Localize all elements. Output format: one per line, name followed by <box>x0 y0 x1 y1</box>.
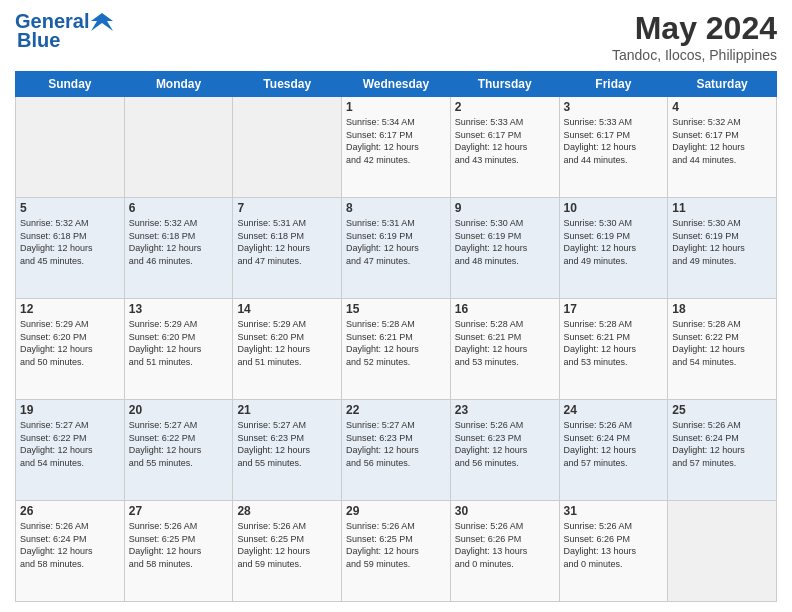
table-row: 14Sunrise: 5:29 AM Sunset: 6:20 PM Dayli… <box>233 299 342 400</box>
header: General Blue May 2024 Tandoc, Ilocos, Ph… <box>15 10 777 63</box>
table-row: 3Sunrise: 5:33 AM Sunset: 6:17 PM Daylig… <box>559 97 668 198</box>
calendar-week-row: 1Sunrise: 5:34 AM Sunset: 6:17 PM Daylig… <box>16 97 777 198</box>
day-info: Sunrise: 5:30 AM Sunset: 6:19 PM Dayligh… <box>455 217 555 267</box>
day-number: 4 <box>672 100 772 114</box>
col-wednesday: Wednesday <box>342 72 451 97</box>
day-info: Sunrise: 5:27 AM Sunset: 6:22 PM Dayligh… <box>129 419 229 469</box>
day-number: 19 <box>20 403 120 417</box>
day-info: Sunrise: 5:30 AM Sunset: 6:19 PM Dayligh… <box>564 217 664 267</box>
table-row: 15Sunrise: 5:28 AM Sunset: 6:21 PM Dayli… <box>342 299 451 400</box>
table-row: 9Sunrise: 5:30 AM Sunset: 6:19 PM Daylig… <box>450 198 559 299</box>
table-row: 11Sunrise: 5:30 AM Sunset: 6:19 PM Dayli… <box>668 198 777 299</box>
table-row: 19Sunrise: 5:27 AM Sunset: 6:22 PM Dayli… <box>16 400 125 501</box>
table-row: 22Sunrise: 5:27 AM Sunset: 6:23 PM Dayli… <box>342 400 451 501</box>
col-tuesday: Tuesday <box>233 72 342 97</box>
col-sunday: Sunday <box>16 72 125 97</box>
day-number: 18 <box>672 302 772 316</box>
location-subtitle: Tandoc, Ilocos, Philippines <box>612 47 777 63</box>
table-row: 31Sunrise: 5:26 AM Sunset: 6:26 PM Dayli… <box>559 501 668 602</box>
table-row <box>16 97 125 198</box>
calendar-table: Sunday Monday Tuesday Wednesday Thursday… <box>15 71 777 602</box>
day-info: Sunrise: 5:28 AM Sunset: 6:21 PM Dayligh… <box>564 318 664 368</box>
table-row <box>124 97 233 198</box>
table-row: 23Sunrise: 5:26 AM Sunset: 6:23 PM Dayli… <box>450 400 559 501</box>
day-number: 30 <box>455 504 555 518</box>
table-row: 16Sunrise: 5:28 AM Sunset: 6:21 PM Dayli… <box>450 299 559 400</box>
day-number: 29 <box>346 504 446 518</box>
day-info: Sunrise: 5:27 AM Sunset: 6:22 PM Dayligh… <box>20 419 120 469</box>
day-info: Sunrise: 5:26 AM Sunset: 6:24 PM Dayligh… <box>672 419 772 469</box>
calendar-page: General Blue May 2024 Tandoc, Ilocos, Ph… <box>0 0 792 612</box>
table-row: 20Sunrise: 5:27 AM Sunset: 6:22 PM Dayli… <box>124 400 233 501</box>
calendar-week-row: 19Sunrise: 5:27 AM Sunset: 6:22 PM Dayli… <box>16 400 777 501</box>
col-saturday: Saturday <box>668 72 777 97</box>
table-row: 26Sunrise: 5:26 AM Sunset: 6:24 PM Dayli… <box>16 501 125 602</box>
svg-marker-0 <box>91 13 113 31</box>
day-info: Sunrise: 5:33 AM Sunset: 6:17 PM Dayligh… <box>564 116 664 166</box>
day-number: 11 <box>672 201 772 215</box>
day-number: 22 <box>346 403 446 417</box>
calendar-week-row: 5Sunrise: 5:32 AM Sunset: 6:18 PM Daylig… <box>16 198 777 299</box>
day-number: 17 <box>564 302 664 316</box>
col-monday: Monday <box>124 72 233 97</box>
day-number: 8 <box>346 201 446 215</box>
day-number: 24 <box>564 403 664 417</box>
table-row: 8Sunrise: 5:31 AM Sunset: 6:19 PM Daylig… <box>342 198 451 299</box>
day-number: 27 <box>129 504 229 518</box>
day-number: 6 <box>129 201 229 215</box>
table-row: 28Sunrise: 5:26 AM Sunset: 6:25 PM Dayli… <box>233 501 342 602</box>
table-row: 2Sunrise: 5:33 AM Sunset: 6:17 PM Daylig… <box>450 97 559 198</box>
table-row: 29Sunrise: 5:26 AM Sunset: 6:25 PM Dayli… <box>342 501 451 602</box>
day-number: 1 <box>346 100 446 114</box>
day-info: Sunrise: 5:26 AM Sunset: 6:23 PM Dayligh… <box>455 419 555 469</box>
day-info: Sunrise: 5:26 AM Sunset: 6:25 PM Dayligh… <box>129 520 229 570</box>
logo: General Blue <box>15 10 113 52</box>
table-row: 13Sunrise: 5:29 AM Sunset: 6:20 PM Dayli… <box>124 299 233 400</box>
day-number: 21 <box>237 403 337 417</box>
day-info: Sunrise: 5:27 AM Sunset: 6:23 PM Dayligh… <box>346 419 446 469</box>
day-number: 23 <box>455 403 555 417</box>
day-info: Sunrise: 5:33 AM Sunset: 6:17 PM Dayligh… <box>455 116 555 166</box>
table-row: 25Sunrise: 5:26 AM Sunset: 6:24 PM Dayli… <box>668 400 777 501</box>
day-info: Sunrise: 5:31 AM Sunset: 6:19 PM Dayligh… <box>346 217 446 267</box>
day-number: 3 <box>564 100 664 114</box>
day-info: Sunrise: 5:26 AM Sunset: 6:26 PM Dayligh… <box>564 520 664 570</box>
day-info: Sunrise: 5:34 AM Sunset: 6:17 PM Dayligh… <box>346 116 446 166</box>
table-row: 5Sunrise: 5:32 AM Sunset: 6:18 PM Daylig… <box>16 198 125 299</box>
day-info: Sunrise: 5:26 AM Sunset: 6:24 PM Dayligh… <box>20 520 120 570</box>
day-number: 9 <box>455 201 555 215</box>
table-row: 12Sunrise: 5:29 AM Sunset: 6:20 PM Dayli… <box>16 299 125 400</box>
calendar-header-row: Sunday Monday Tuesday Wednesday Thursday… <box>16 72 777 97</box>
table-row: 21Sunrise: 5:27 AM Sunset: 6:23 PM Dayli… <box>233 400 342 501</box>
day-number: 10 <box>564 201 664 215</box>
table-row: 1Sunrise: 5:34 AM Sunset: 6:17 PM Daylig… <box>342 97 451 198</box>
day-number: 26 <box>20 504 120 518</box>
day-number: 28 <box>237 504 337 518</box>
day-info: Sunrise: 5:29 AM Sunset: 6:20 PM Dayligh… <box>129 318 229 368</box>
day-info: Sunrise: 5:26 AM Sunset: 6:24 PM Dayligh… <box>564 419 664 469</box>
day-number: 7 <box>237 201 337 215</box>
logo-bird-icon <box>91 13 113 31</box>
day-info: Sunrise: 5:32 AM Sunset: 6:18 PM Dayligh… <box>20 217 120 267</box>
day-number: 25 <box>672 403 772 417</box>
day-info: Sunrise: 5:30 AM Sunset: 6:19 PM Dayligh… <box>672 217 772 267</box>
logo-blue-text: Blue <box>15 29 60 52</box>
day-number: 2 <box>455 100 555 114</box>
day-info: Sunrise: 5:28 AM Sunset: 6:21 PM Dayligh… <box>346 318 446 368</box>
table-row: 24Sunrise: 5:26 AM Sunset: 6:24 PM Dayli… <box>559 400 668 501</box>
title-section: May 2024 Tandoc, Ilocos, Philippines <box>612 10 777 63</box>
day-number: 31 <box>564 504 664 518</box>
col-thursday: Thursday <box>450 72 559 97</box>
col-friday: Friday <box>559 72 668 97</box>
table-row: 27Sunrise: 5:26 AM Sunset: 6:25 PM Dayli… <box>124 501 233 602</box>
day-number: 5 <box>20 201 120 215</box>
day-info: Sunrise: 5:26 AM Sunset: 6:25 PM Dayligh… <box>237 520 337 570</box>
day-info: Sunrise: 5:29 AM Sunset: 6:20 PM Dayligh… <box>237 318 337 368</box>
month-year-title: May 2024 <box>612 10 777 47</box>
day-info: Sunrise: 5:28 AM Sunset: 6:22 PM Dayligh… <box>672 318 772 368</box>
day-info: Sunrise: 5:31 AM Sunset: 6:18 PM Dayligh… <box>237 217 337 267</box>
day-info: Sunrise: 5:28 AM Sunset: 6:21 PM Dayligh… <box>455 318 555 368</box>
day-number: 12 <box>20 302 120 316</box>
table-row: 4Sunrise: 5:32 AM Sunset: 6:17 PM Daylig… <box>668 97 777 198</box>
table-row: 10Sunrise: 5:30 AM Sunset: 6:19 PM Dayli… <box>559 198 668 299</box>
